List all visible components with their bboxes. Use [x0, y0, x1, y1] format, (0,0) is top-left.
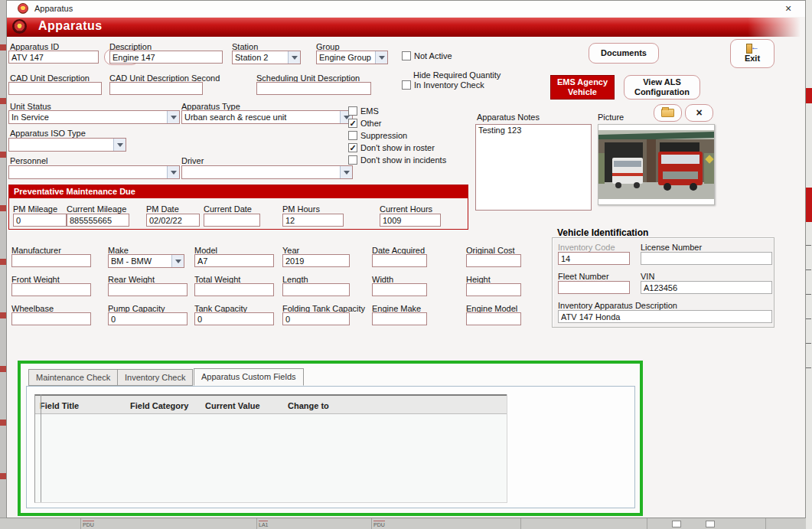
apparatus-iso-type-select[interactable]	[8, 138, 126, 152]
vin-input[interactable]	[641, 281, 772, 294]
fleet-number-input[interactable]	[558, 281, 630, 294]
height-input[interactable]	[466, 283, 521, 296]
inventory-code-input[interactable]	[558, 252, 630, 265]
personnel-select[interactable]	[8, 165, 180, 179]
ems-checkbox[interactable]: EMS	[348, 106, 379, 116]
fleet-number-label: Fleet Number	[558, 272, 609, 281]
apparatus-type-select[interactable]: Urban search & rescue unit	[181, 110, 353, 124]
view-als-configuration-button[interactable]: View ALS Configuration	[624, 75, 700, 100]
cad-unit-description-second-input[interactable]	[109, 82, 203, 95]
tab-maintenance-check[interactable]: Maintenance Check	[28, 369, 118, 386]
background-grid-line	[256, 518, 257, 529]
exit-door-icon: ←	[745, 44, 759, 54]
ems-agency-vehicle-button[interactable]: EMS Agency Vehicle	[550, 75, 615, 100]
chevron-down-icon[interactable]	[167, 166, 179, 178]
background-text-fragment: LA1	[259, 521, 268, 527]
suppression-checkbox[interactable]: Suppression	[348, 131, 407, 140]
highlight-box: Maintenance Check Inventory Check Appara…	[18, 361, 643, 516]
unit-status-select[interactable]: In Service	[8, 110, 180, 124]
wheelbase-input[interactable]	[11, 312, 91, 325]
date-acquired-input[interactable]	[372, 254, 427, 267]
description-input[interactable]	[109, 51, 223, 64]
front-weight-input[interactable]	[11, 283, 91, 296]
not-active-checkbox[interactable]: Not Active	[402, 51, 452, 60]
fire-station-photo	[598, 130, 714, 199]
folder-icon	[661, 109, 674, 117]
pm-hours-input[interactable]	[282, 214, 344, 227]
screen: PDU LA1 PDU Apparatus × Apparatus Appara…	[0, 0, 812, 529]
width-input[interactable]	[372, 283, 427, 296]
background-window-bottom-edge: PDU LA1 PDU	[0, 518, 812, 529]
background-mini-window	[672, 521, 681, 527]
background-grid-line	[80, 518, 81, 529]
chevron-down-icon[interactable]	[340, 166, 352, 178]
pm-mileage-input[interactable]	[13, 214, 67, 227]
chevron-down-icon[interactable]	[375, 51, 387, 64]
inventory-apparatus-description-input[interactable]	[558, 310, 772, 323]
license-number-label: License Number	[641, 243, 702, 252]
apparatus-iso-type-label: Apparatus ISO Type	[10, 129, 86, 138]
current-hours-input[interactable]	[380, 214, 441, 227]
chevron-down-icon[interactable]	[171, 255, 184, 267]
exit-button[interactable]: ← Exit	[730, 39, 774, 68]
column-field-title: Field Title	[40, 401, 79, 410]
current-date-label: Current Date	[204, 204, 252, 214]
inventory-apparatus-description-label: Inventory Apparatus Description	[558, 301, 677, 310]
length-input[interactable]	[282, 283, 350, 296]
hide-required-quantity-checkbox[interactable]: In Inventory Check	[402, 80, 484, 90]
tank-capacity-input[interactable]	[194, 312, 274, 325]
rear-weight-input[interactable]	[108, 283, 188, 296]
folding-tank-capacity-input[interactable]	[282, 312, 350, 325]
custom-fields-panel: Field Title Field Category Current Value…	[26, 386, 635, 508]
pump-capacity-input[interactable]	[108, 312, 188, 325]
other-checkbox[interactable]: ✓Other	[348, 119, 382, 128]
chevron-down-icon[interactable]	[113, 139, 126, 151]
background-red-mark	[806, 88, 812, 103]
clear-x-icon: ×	[696, 108, 702, 118]
station-select[interactable]: Station 2	[232, 51, 301, 64]
apparatus-notes-textarea[interactable]: Testing 123	[475, 124, 592, 211]
current-date-input[interactable]	[204, 214, 260, 227]
background-grid-line	[765, 518, 766, 529]
custom-fields-table-header: Field Title Field Category Current Value…	[35, 394, 507, 414]
pm-mileage-label: PM Mileage	[13, 204, 57, 214]
page-title: Apparatus	[38, 19, 103, 33]
engine-model-input[interactable]	[466, 312, 521, 325]
cad-unit-description-input[interactable]	[8, 82, 102, 95]
personnel-label: Personnel	[10, 156, 48, 165]
apparatus-id-input[interactable]	[8, 51, 99, 64]
current-mileage-input[interactable]	[67, 214, 129, 227]
close-icon[interactable]: ×	[781, 2, 796, 15]
chevron-down-icon[interactable]	[288, 51, 300, 64]
license-number-input[interactable]	[641, 252, 772, 265]
background-grid-line	[520, 518, 521, 529]
total-weight-input[interactable]	[194, 283, 274, 296]
page-banner: Apparatus	[7, 18, 805, 37]
manufacturer-input[interactable]	[11, 254, 91, 267]
original-cost-input[interactable]	[466, 254, 521, 267]
picture-browse-button[interactable]	[654, 104, 682, 122]
background-text-fragment: PDU	[83, 521, 94, 527]
background-window-right-edge	[806, 0, 812, 529]
dont-show-in-roster-checkbox[interactable]: ✓Don't show in roster	[348, 143, 435, 152]
documents-button[interactable]: Documents	[589, 43, 659, 64]
tab-inventory-check[interactable]: Inventory Check	[117, 369, 193, 386]
year-input[interactable]	[282, 254, 350, 267]
chevron-down-icon[interactable]	[167, 111, 179, 123]
apparatus-picture	[598, 124, 715, 205]
model-input[interactable]	[194, 254, 274, 267]
driver-select[interactable]	[181, 165, 353, 179]
picture-clear-button[interactable]: ×	[685, 104, 713, 122]
group-select[interactable]: Engine Group	[316, 51, 388, 64]
background-grid-line	[647, 518, 647, 529]
make-select[interactable]: BM - BMW	[108, 254, 184, 268]
custom-fields-table: Field Title Field Category Current Value…	[34, 394, 507, 503]
pm-date-input[interactable]	[146, 214, 200, 227]
background-grid-line	[371, 518, 372, 529]
dont-show-in-incidents-checkbox[interactable]: Don't show in incidents	[348, 155, 446, 165]
hide-required-quantity-label-line1: Hide Required Quantity	[413, 70, 501, 80]
engine-make-input[interactable]	[372, 312, 427, 325]
scheduling-unit-description-input[interactable]	[256, 82, 371, 95]
vehicle-identification-heading: Vehicle Identification	[557, 227, 648, 238]
tab-apparatus-custom-fields[interactable]: Apparatus Custom Fields	[194, 368, 304, 386]
